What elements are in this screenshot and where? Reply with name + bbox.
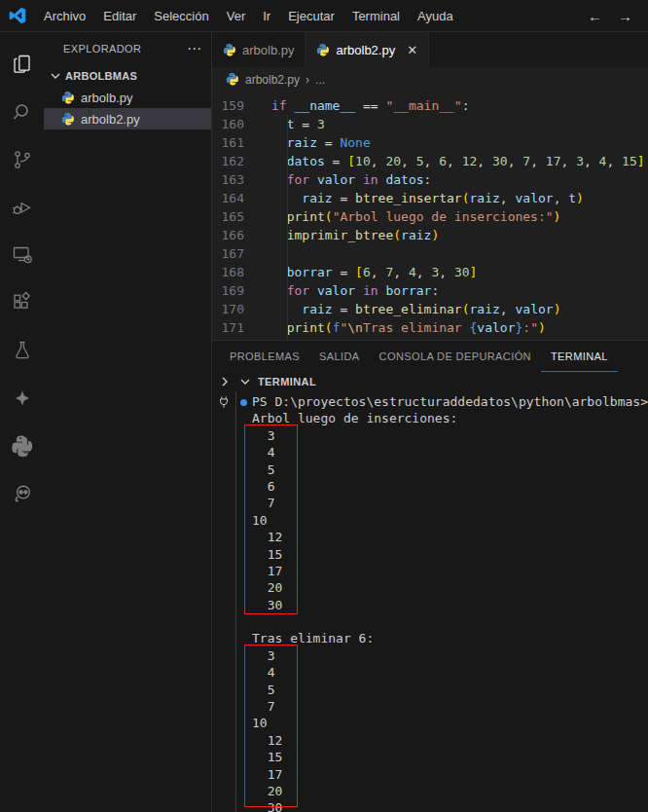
code-text: borrar = [6, 7, 4, 3, 30]	[271, 263, 477, 281]
activity-item-extensions[interactable]	[0, 278, 44, 326]
terminal-line-6: 7	[236, 495, 648, 511]
code-line-161[interactable]: 161 raiz = None	[212, 133, 648, 152]
plug-icon	[217, 395, 231, 409]
terminal-line-0: PS D:\proyectos\estructuraddedatos\pytho…	[236, 393, 648, 410]
code-text: for valor in borrar:	[271, 281, 439, 300]
code-text: datos = [10, 20, 5, 6, 12, 30, 7, 17, 3,…	[271, 152, 645, 170]
activity-item-remote-explorer[interactable]	[0, 231, 44, 278]
tab-bar: arbolb.pyarbolb2.py✕	[212, 32, 648, 67]
close-icon[interactable]: ✕	[407, 43, 417, 57]
line-number: 171	[212, 318, 258, 337]
activity-item-run-debug[interactable]	[0, 183, 44, 231]
terminal-line-11: 20	[236, 579, 648, 596]
python-file-icon	[226, 72, 239, 89]
file-list: arbolb.pyarbolb2.py	[44, 87, 211, 129]
code-line-168[interactable]: 168 borrar = [6, 7, 4, 3, 30]	[212, 263, 648, 281]
nav-forward-icon[interactable]: →	[618, 8, 632, 24]
activity-item-testing[interactable]	[0, 326, 44, 374]
menu-editar[interactable]: Editar	[94, 9, 145, 23]
code-text: imprimir_btree(raiz)	[271, 226, 439, 244]
activity-item-python[interactable]	[0, 422, 44, 469]
menu-ir[interactable]: Ir	[254, 9, 279, 23]
line-number: 159	[212, 96, 258, 115]
folder-label: ARBOLBMAS	[65, 70, 137, 82]
terminal-line-4: 5	[236, 461, 648, 478]
breadcrumb-separator-icon: ›	[306, 73, 309, 87]
terminal-section-header: TERMINAL	[212, 372, 648, 391]
menu-bar: ArchivoEditarSelecciónVerIrEjecutarTermi…	[35, 9, 462, 23]
bottom-panel: PROBLEMASSALIDACONSOLA DE DEPURACIÓNTERM…	[212, 340, 648, 812]
breadcrumb[interactable]: arbolb2.py › ...	[212, 67, 648, 92]
line-number: 170	[212, 300, 258, 318]
menu-ayuda[interactable]: Ayuda	[409, 9, 462, 23]
code-line-170[interactable]: 170 raiz = btree_eliminar(raiz, valor)	[212, 300, 648, 318]
code-line-162[interactable]: 162 datos = [10, 20, 5, 6, 12, 30, 7, 17…	[212, 152, 648, 170]
terminal-line-2: 3	[236, 427, 648, 444]
line-number: 167	[212, 244, 258, 263]
panel-tab-salida[interactable]: SALIDA	[309, 341, 370, 372]
breadcrumb-file[interactable]: arbolb2.py	[245, 73, 300, 87]
panel-tab-terminal[interactable]: TERMINAL	[541, 341, 618, 372]
activity-item-explorer[interactable]	[0, 40, 44, 88]
code-line-160[interactable]: 160 t = 3	[212, 115, 648, 133]
panel-tab-bar: PROBLEMASSALIDACONSOLA DE DEPURACIÓNTERM…	[212, 341, 648, 372]
activity-bar	[0, 32, 44, 812]
line-number: 169	[212, 281, 258, 300]
code-line-169[interactable]: 169 for valor in borrar:	[212, 281, 648, 300]
code-text: print("Arbol luego de inserciones:")	[271, 207, 560, 226]
menu-ejecutar[interactable]: Ejecutar	[279, 9, 343, 23]
code-line-171[interactable]: 171 print(f"\nTras eliminar {valor}:")	[212, 318, 648, 337]
command-decoration-dot[interactable]	[240, 399, 247, 406]
code-text: for valor in datos:	[271, 170, 431, 189]
activity-item-search[interactable]	[0, 88, 44, 135]
menu-archivo[interactable]: Archivo	[35, 9, 94, 23]
nav-back-icon[interactable]: ←	[588, 8, 602, 24]
file-item-arbolb2.py[interactable]: arbolb2.py	[44, 108, 211, 129]
code-line-165[interactable]: 165 print("Arbol luego de inserciones:")	[212, 207, 648, 226]
code-line-167[interactable]: 167	[212, 244, 648, 263]
line-number: 164	[212, 189, 258, 207]
code-editor[interactable]: 159if __name__ == "__main__":160 t = 316…	[212, 92, 648, 340]
ai-chat-icon	[11, 482, 34, 505]
code-text: raiz = btree_insertar(raiz, valor, t)	[271, 189, 584, 207]
menu-ver[interactable]: Ver	[218, 9, 255, 23]
code-line-163[interactable]: 163 for valor in datos:	[212, 170, 648, 189]
breadcrumb-more[interactable]: ...	[315, 73, 325, 87]
menu-terminal[interactable]: Terminal	[343, 9, 409, 23]
workbench: EXPLORADOR ⋯ ARBOLBMAS arbolb.pyarbolb2.…	[0, 32, 648, 812]
activity-item-ai-chat[interactable]	[0, 469, 44, 517]
panel-tab-problemas[interactable]: PROBLEMAS	[220, 341, 309, 372]
more-actions-icon[interactable]: ⋯	[187, 40, 201, 57]
terminal-output[interactable]: PS D:\proyectos\estructuraddedatos\pytho…	[236, 391, 648, 812]
code-line-166[interactable]: 166 imprimir_btree(raiz)	[212, 226, 648, 244]
terminal-line-5: 6	[236, 478, 648, 495]
code-text: t = 3	[271, 115, 325, 133]
chevron-down-icon[interactable]	[237, 374, 253, 389]
terminal-line-18: 7	[236, 698, 648, 715]
code-line-164[interactable]: 164 raiz = btree_insertar(raiz, valor, t…	[212, 189, 648, 207]
tab-label: arbolb.py	[242, 43, 294, 57]
panel-tab-consola-de-depuración[interactable]: CONSOLA DE DEPURACIÓN	[370, 341, 541, 372]
terminal-line-12: 30	[236, 597, 648, 613]
activity-item-source-control[interactable]	[0, 135, 44, 183]
remote-explorer-icon	[11, 243, 34, 267]
source-control-icon	[11, 148, 34, 171]
annotation-box-2	[244, 645, 298, 807]
tab-arbolb.py[interactable]: arbolb.py	[212, 32, 306, 67]
code-text: print(f"\nTras eliminar {valor}:")	[271, 318, 546, 337]
activity-item-sparkle[interactable]	[0, 374, 44, 422]
terminal-line-1: Arbol luego de inserciones:	[236, 410, 648, 426]
tab-arbolb2.py[interactable]: arbolb2.py✕	[306, 32, 429, 67]
run-debug-icon	[11, 196, 34, 219]
chevron-right-icon[interactable]	[217, 374, 233, 389]
folder-arbolbmas[interactable]: ARBOLBMAS	[44, 65, 211, 87]
line-number: 160	[212, 115, 258, 133]
code-text: raiz = btree_eliminar(raiz, valor)	[271, 300, 560, 318]
code-line-159[interactable]: 159if __name__ == "__main__":	[212, 96, 648, 115]
extensions-icon	[11, 291, 34, 314]
terminal-line-16: 4	[236, 664, 648, 681]
file-item-arbolb.py[interactable]: arbolb.py	[44, 87, 211, 108]
python-file-icon	[61, 91, 75, 104]
menu-selección[interactable]: Selección	[145, 9, 217, 23]
terminal-line-15: 3	[236, 647, 648, 664]
